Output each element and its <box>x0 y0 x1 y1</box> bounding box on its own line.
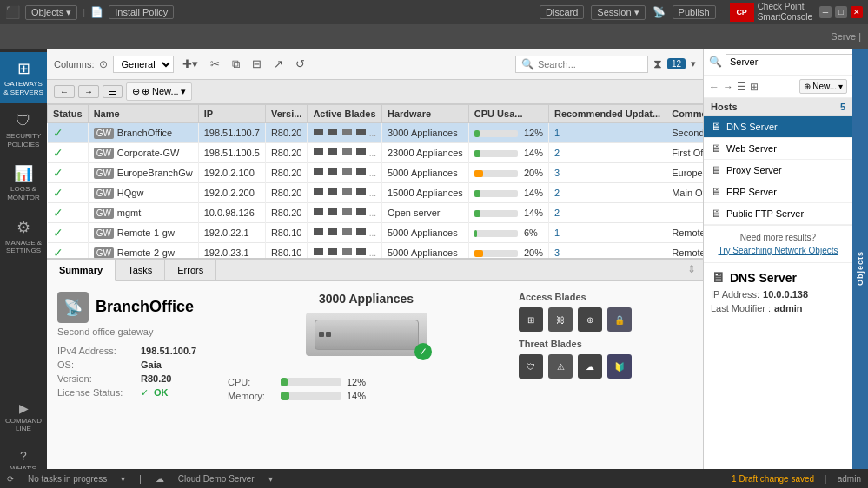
back-button[interactable]: ← <box>54 85 75 98</box>
host-item-erp[interactable]: 🖥 ERP Server <box>704 181 852 203</box>
serve-label: Serve | <box>831 31 861 42</box>
content-area: Columns: ⊙ General ✚▾ ✂ ⧉ ⊟ ↗ ↺ 🔍 ⧗ 12 ▾ <box>47 49 703 488</box>
cell-hardware: Open server <box>381 203 468 223</box>
tasks-arrow[interactable]: ▾ <box>121 474 125 484</box>
col-name[interactable]: Name <box>88 105 198 123</box>
objects-button[interactable]: Objects ▾ <box>25 5 77 20</box>
nav-back-button[interactable]: ← <box>709 81 719 93</box>
cell-comment: First Offic... <box>666 143 703 163</box>
discard-button[interactable]: Discard <box>540 5 584 19</box>
scissors-button[interactable]: ✂ <box>207 56 223 72</box>
manage-label: MANAGE &SETTINGS <box>5 239 42 255</box>
sidebar-item-command[interactable]: ▶ COMMANDLINE <box>0 394 47 440</box>
export-button[interactable]: ↗ <box>270 56 287 72</box>
cpu-label: CPU: <box>228 377 275 387</box>
cell-version: R80.20 <box>265 143 307 163</box>
tab-tasks[interactable]: Tasks <box>116 260 165 280</box>
dns-modifier-row: Last Modifier : admin <box>711 303 845 315</box>
col-ip[interactable]: IP <box>198 105 265 123</box>
server-label: Cloud Demo Server <box>178 474 255 484</box>
sidebar-item-manage[interactable]: ⚙ MANAGE &SETTINGS <box>0 211 47 262</box>
col-cpu[interactable]: CPU Usa... <box>468 105 548 123</box>
add-button[interactable]: ✚▾ <box>179 56 202 72</box>
hosts-header: Hosts 5 <box>704 98 852 116</box>
col-version[interactable]: Versi... <box>265 105 307 123</box>
objects-side-tab[interactable]: Objects <box>852 49 868 488</box>
cpu-pct: 12% <box>347 377 366 387</box>
tab-errors[interactable]: Errors <box>165 260 216 280</box>
device-subtitle: Second office gateway <box>57 326 214 337</box>
count-arrow[interactable]: ▾ <box>691 58 696 69</box>
action-button[interactable]: ⊟ <box>248 56 265 72</box>
cell-blades: ... <box>308 223 382 243</box>
filter-icon[interactable]: ⧗ <box>653 56 662 71</box>
cell-cpu: 12% <box>468 123 548 143</box>
table-row[interactable]: ✓ GWEuropeBranchGw 192.0.2.100 R80.20 ..… <box>48 163 704 183</box>
dns-ip-value: 10.0.0.138 <box>763 289 808 301</box>
top-bar: ⬛ Objects ▾ | 📄 Install Policy Discard S… <box>0 0 868 24</box>
cell-ip: 198.51.100.5 <box>198 143 265 163</box>
sidebar-item-security[interactable]: 🛡 SECURITYPOLICIES <box>0 105 47 155</box>
search-icon-right: 🔍 <box>709 56 722 68</box>
right-new-label: New... <box>812 82 837 91</box>
clone-button[interactable]: ⧉ <box>229 56 243 73</box>
right-search-input[interactable] <box>726 54 854 69</box>
sidebar-item-logs[interactable]: 📊 LOGS &MONITOR <box>0 157 47 208</box>
col-comment[interactable]: Comment <box>666 105 703 123</box>
forward-button[interactable]: → <box>78 85 99 98</box>
table-row[interactable]: ✓ GWCorporate-GW 198.51.100.5 R80.20 ...… <box>48 143 704 163</box>
minimize-button[interactable]: ─ <box>819 6 832 18</box>
col-hardware[interactable]: Hardware <box>381 105 468 123</box>
publish-icon: 📡 <box>653 6 666 18</box>
search-input[interactable] <box>538 59 642 69</box>
mem-pct: 14% <box>347 391 366 401</box>
dns-ip-row: IP Address: 10.0.0.138 <box>711 289 845 301</box>
server-arrow[interactable]: ▾ <box>268 474 273 484</box>
user-label: admin <box>838 474 861 484</box>
new-button[interactable]: ⊕ ⊕ New... ▾ <box>126 82 192 101</box>
table-row[interactable]: ✓ GWRemote-1-gw 192.0.22.1 R80.10 ... 50… <box>48 223 704 243</box>
table-row[interactable]: ✓ GWBranchOffice 198.51.100.7 R80.20 ...… <box>48 123 704 143</box>
nav-list-button[interactable]: ☰ <box>737 81 746 93</box>
bottom-bar: ⟳ No tasks in progress ▾ | ☁ Cloud Demo … <box>0 469 868 488</box>
table-row[interactable]: ✓ GWmgmt 10.0.98.126 R80.20 ... Open ser… <box>48 203 704 223</box>
dns-modifier-value: admin <box>774 303 802 315</box>
columns-label: Columns: <box>54 59 94 69</box>
right-new-button[interactable]: ⊕ New... ▾ <box>799 79 847 94</box>
device-name: BranchOffice <box>96 298 194 316</box>
detail-expand[interactable]: ⇕ <box>216 260 703 280</box>
logs-icon: 📊 <box>14 164 33 183</box>
nav-forward-button[interactable]: → <box>723 81 733 93</box>
host-item-proxy[interactable]: 🖥 Proxy Server <box>704 160 852 181</box>
col-status[interactable]: Status <box>48 105 89 123</box>
publish-button[interactable]: Publish <box>673 5 716 19</box>
tab-summary[interactable]: Summary <box>47 260 116 281</box>
list-view-button[interactable]: ☰ <box>103 85 123 98</box>
cell-comment <box>666 203 703 223</box>
more-results-link[interactable]: Try Searching Network Objects <box>711 246 845 255</box>
columns-select[interactable]: General <box>113 56 174 73</box>
host-item-web[interactable]: 🖥 Web Server <box>704 138 852 160</box>
install-policy-button[interactable]: Install Policy <box>109 5 174 19</box>
window-controls: ─ □ ✕ <box>819 6 863 18</box>
cell-recommended: 2 <box>548 143 666 163</box>
table-row[interactable]: ✓ GWHQgw 192.0.2.200 R80.20 ... 15000 Ap… <box>48 183 704 203</box>
host-icon-proxy: 🖥 <box>711 164 721 176</box>
resource-bars: CPU: 12% Memory: 14% <box>228 377 505 405</box>
session-button[interactable]: Session ▾ <box>591 5 645 20</box>
gateways-table: Status Name IP Versi... Active Blades Ha… <box>47 104 703 258</box>
host-item-ftp[interactable]: 🖥 Public FTP Server <box>704 203 852 225</box>
col-blades[interactable]: Active Blades <box>308 105 382 123</box>
host-item-dns[interactable]: 🖥 DNS Server <box>704 116 852 138</box>
blade-url: 🔒 <box>607 307 632 332</box>
cell-recommended: 2 <box>548 183 666 203</box>
close-button[interactable]: ✕ <box>851 6 863 18</box>
sidebar-item-gateways[interactable]: ⊞ GATEWAYS& SERVERS <box>0 52 47 103</box>
separator: | <box>139 474 142 484</box>
nav-grid-button[interactable]: ⊞ <box>750 81 759 93</box>
maximize-button[interactable]: □ <box>835 6 847 18</box>
refresh-button[interactable]: ↺ <box>292 56 308 72</box>
col-recommended[interactable]: Recommended Updat... <box>548 105 666 123</box>
table-row[interactable]: ✓ GWRemote-2-gw 192.0.23.1 R80.10 ... 50… <box>48 243 704 259</box>
cell-version: R80.20 <box>265 123 307 143</box>
